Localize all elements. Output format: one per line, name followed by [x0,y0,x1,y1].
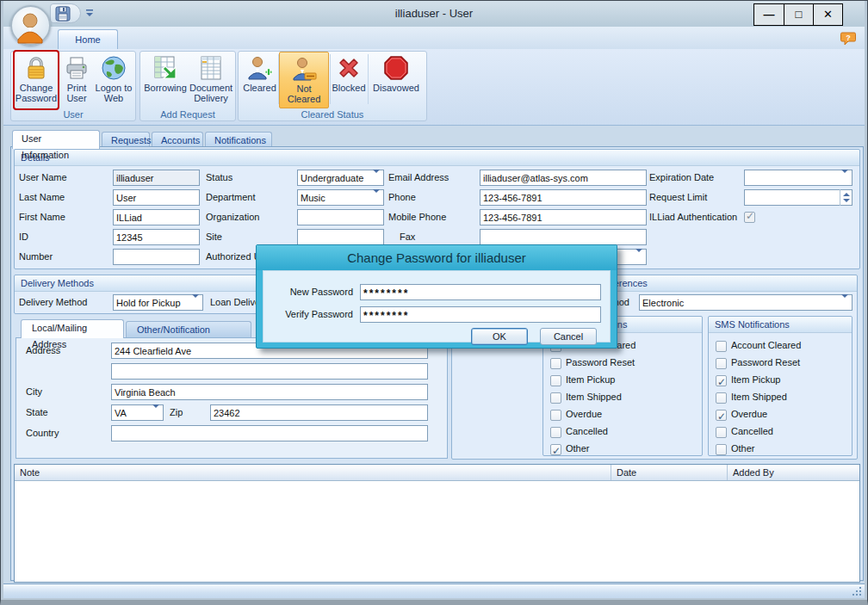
notification-option-row[interactable]: Overdue [543,405,702,423]
organization-field[interactable] [297,209,384,225]
mobile-phone-field[interactable] [480,209,647,225]
notification-option-row[interactable]: Overdue [709,405,852,423]
verify-password-field[interactable] [360,306,601,323]
tab-other-notification-address[interactable]: Other/Notification Address [126,321,251,338]
notes-table-body [15,481,859,582]
notification-option-row[interactable]: Password Reset [709,354,852,371]
organization-label: Organization [206,209,259,225]
checkbox-icon[interactable] [716,392,727,404]
notification-option-row[interactable]: Item Pickup [543,371,702,388]
notification-option-row[interactable]: Item Shipped [543,388,702,405]
minimize-button[interactable]: — [754,4,784,25]
sms-notifications-header: SMS Notifications [709,317,852,333]
notification-option-row[interactable]: Item Shipped [709,388,852,405]
checkbox-icon[interactable] [550,427,561,438]
logon-to-web-button[interactable]: Logon to Web [94,52,133,108]
state-combo[interactable] [111,404,164,421]
not-cleared-button[interactable]: Not Cleared [279,52,329,108]
cancel-button[interactable]: Cancel [540,328,597,345]
maximize-button[interactable]: □ [784,4,813,25]
new-password-field[interactable] [360,284,601,300]
resize-grip-icon[interactable] [852,586,862,596]
address-line2-field[interactable] [111,363,428,380]
checkbox-icon[interactable] [550,410,561,421]
change-password-button[interactable]: Change Password [15,52,58,108]
notification-option-row[interactable]: Account Cleared [709,336,852,354]
tab-home[interactable]: Home [58,29,118,49]
print-user-button[interactable]: Print User [60,52,93,108]
ribbon-tab-strip [3,27,865,49]
column-header-note[interactable]: Note [15,465,611,480]
change-password-dialog: Change Password for illiaduser New Passw… [256,244,617,349]
document-table-icon [197,54,225,82]
disavowed-button[interactable]: Disavowed [369,52,424,108]
svg-text:?: ? [846,34,851,42]
ok-button[interactable]: OK [471,328,528,345]
first-name-field[interactable] [113,209,200,225]
checkbox-icon[interactable] [716,410,727,421]
checkbox-icon[interactable] [550,444,561,455]
dialog-title: Change Password for illiaduser [257,245,617,270]
new-password-label: New Password [274,284,353,300]
globe-icon [100,54,127,82]
close-button[interactable]: ✕ [813,4,842,25]
id-field[interactable] [113,229,200,245]
verify-password-label: Verify Password [274,306,353,323]
help-button[interactable]: ? [840,32,856,46]
fax-field[interactable] [480,229,647,245]
request-limit-spinner[interactable] [840,189,852,206]
window-title: illiaduser - User [3,7,865,20]
sms-notifications-panel: SMS Notifications Account ClearedPasswor… [708,316,852,456]
city-field[interactable] [111,384,428,400]
notification-option-row[interactable]: Other [543,440,702,457]
column-header-added-by[interactable]: Added By [728,465,859,480]
last-name-label: Last Name [19,189,65,206]
notification-method-combo[interactable] [639,294,852,311]
checkbox-icon[interactable] [716,427,727,438]
email-field[interactable] [480,170,647,186]
phone-field[interactable] [480,189,647,206]
expiration-date-combo[interactable] [744,170,852,186]
status-combo[interactable] [297,170,384,186]
document-delivery-button[interactable]: Document Delivery [189,52,232,108]
checkbox-icon[interactable] [550,358,561,369]
notification-option-row[interactable]: Cancelled [709,423,852,440]
notification-option-row[interactable]: Item Pickup [709,371,852,388]
department-combo[interactable] [297,189,384,206]
last-name-field[interactable] [113,189,200,206]
country-field[interactable] [111,425,428,441]
checkbox-icon[interactable] [550,392,561,404]
qat-overflow-chevron-icon[interactable] [85,9,94,19]
tab-user-information[interactable]: User Information [12,130,100,149]
application-menu-button[interactable] [10,5,51,46]
zip-field[interactable] [210,404,428,421]
blocked-button[interactable]: Blocked [331,52,367,108]
notification-option-row[interactable]: Cancelled [543,423,702,440]
first-name-label: First Name [19,209,65,225]
help-bubble-icon: ? [840,32,856,46]
window-controls: — □ ✕ [753,3,843,26]
illiad-authentication-checkbox[interactable] [744,212,755,223]
delivery-method-label: Delivery Method [19,294,87,311]
checkbox-icon[interactable] [550,375,561,386]
notification-option-row[interactable]: Password Reset [543,354,702,371]
notification-option-row[interactable]: Other [709,440,852,457]
checkbox-icon[interactable] [716,341,727,352]
column-header-date[interactable]: Date [611,465,728,480]
site-field[interactable] [297,229,384,245]
checkbox-icon[interactable] [716,444,727,455]
app-window: illiaduser - User — □ ✕ Home [0,0,868,605]
number-field[interactable] [113,249,200,265]
borrowing-button[interactable]: Borrowing [142,52,189,108]
cleared-button[interactable]: Cleared [241,52,278,108]
sms-notifications-list: Account ClearedPassword ResetItem Pickup… [709,333,852,457]
delivery-method-combo[interactable] [113,294,203,311]
checkbox-icon[interactable] [716,375,727,386]
request-limit-field[interactable] [744,189,852,206]
user-name-field[interactable] [113,170,200,186]
tab-local-mailing-address[interactable]: Local/Mailing Address [21,319,124,338]
save-button[interactable] [55,6,71,23]
checkbox-icon[interactable] [716,358,727,369]
country-label: Country [26,425,59,441]
printer-icon [63,54,90,82]
